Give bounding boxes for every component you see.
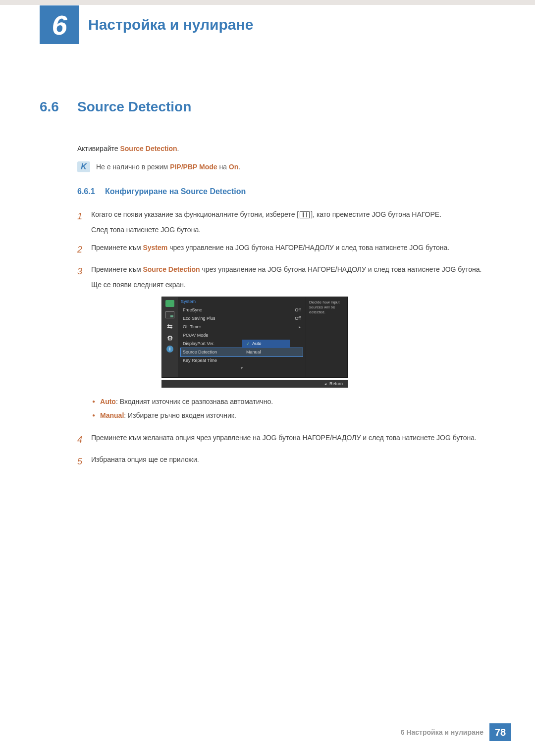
bullet-auto: ●Auto: Входният източник се разпознава а… <box>92 395 495 408</box>
check-icon: ✓ <box>246 341 250 346</box>
osd-picture-icon <box>165 300 174 307</box>
osd-freesync-label: FreeSync <box>183 307 202 312</box>
note-prefix: Не е налично в режим <box>96 163 170 171</box>
osd-sidebar: ⇆ ⚙ i <box>162 297 178 377</box>
step-2-t2: чрез управление на JOG бутона НАГОРЕ/НАД… <box>167 244 449 252</box>
bullet-manual-text: : Избирате ръчно входен източник. <box>124 411 236 419</box>
intro-text: Активирайте Source Detection. <box>77 145 495 152</box>
step-2-orange: System <box>143 244 167 252</box>
step-5: 5 Избраната опция ще се приложи. <box>77 453 495 470</box>
osd-panel: ⇆ ⚙ i System FreeSync Off Eco Saving Plu… <box>161 297 348 378</box>
step-4-body: Преминете към желаната опция чрез управл… <box>91 431 495 448</box>
step-3: 3 Преминете към Source Detection чрез уп… <box>77 263 495 291</box>
subsection-number: 6.6.1 <box>77 187 105 196</box>
bullet-dot-icon: ● <box>92 399 95 404</box>
step-3-body: Преминете към Source Detection чрез упра… <box>91 263 495 291</box>
bullet-auto-label: Auto <box>100 398 116 405</box>
osd-source-label: Source Detection <box>183 350 217 354</box>
step-2-body: Преминете към System чрез управление на … <box>91 241 495 258</box>
bullet-manual-label: Manual <box>100 411 124 419</box>
step-2: 2 Преминете към System чрез управление н… <box>77 241 495 258</box>
osd-submenu-manual-label: Manual <box>246 350 261 354</box>
chapter-header: 6 Настройка и нулиране <box>0 5 535 45</box>
step-3-t1: Преминете към <box>91 265 143 273</box>
chapter-title: Настройка и нулиране <box>88 16 253 33</box>
osd-return-label: Return <box>329 381 343 386</box>
bullet-dot-icon: ● <box>92 412 95 418</box>
subsection-title: Конфигуриране на Source Detection <box>105 187 246 196</box>
osd-freesync-value: Off <box>295 307 301 312</box>
step-5-body: Избраната опция ще се приложи. <box>91 453 495 470</box>
step-2-num: 2 <box>77 241 91 258</box>
osd-offtimer-arrow: ▸ <box>299 325 301 329</box>
note-orange-2: On <box>229 163 238 171</box>
section-title: Source Detection <box>77 99 191 115</box>
intro-bold: Source Detection <box>120 145 177 152</box>
step-4: 4 Преминете към желаната опция чрез упра… <box>77 431 495 448</box>
section-heading: 6.6 Source Detection <box>40 99 495 115</box>
section-body: Активирайте Source Detection. K Не е нал… <box>77 145 495 470</box>
subsection-heading: 6.6.1 Конфигуриране на Source Detection <box>77 187 495 196</box>
osd-submenu: ✓Auto Manual <box>242 340 290 356</box>
step-3-num: 3 <box>77 263 91 291</box>
note-suffix: . <box>238 163 240 171</box>
osd-item-eco: Eco Saving Plus Off <box>181 314 303 323</box>
osd-item-offtimer: Off Timer ▸ <box>181 323 303 331</box>
footer-chapter-text: 6 Настройка и нулиране <box>401 728 483 736</box>
bullet-auto-text: : Входният източник се разпознава автома… <box>116 398 273 405</box>
osd-eco-label: Eco Saving Plus <box>183 316 215 321</box>
osd-main: System FreeSync Off Eco Saving Plus Off … <box>178 297 306 377</box>
chapter-number-badge: 6 <box>40 5 79 44</box>
intro-prefix: Активирайте <box>77 145 120 152</box>
option-bullets: ●Auto: Входният източник се разпознава а… <box>92 395 495 422</box>
osd-item-keyrepeat: Key Repeat Time <box>181 356 303 365</box>
header-divider <box>263 25 535 25</box>
step-3-t3: Ще се появи следният екран. <box>91 278 495 292</box>
page-content: 6.6 Source Detection Активирайте Source … <box>0 99 535 470</box>
step-1-t2: ], като преместите JOG бутона НАГОРЕ. <box>311 210 441 218</box>
osd-submenu-auto-label: Auto <box>252 341 262 346</box>
top-border <box>0 0 535 5</box>
bullet-manual: ●Manual: Избирате ръчно входен източник. <box>92 408 495 422</box>
osd-item-freesync: FreeSync Off <box>181 306 303 314</box>
osd-scroll-down-icon: ▼ <box>181 366 303 370</box>
step-4-num: 4 <box>77 431 91 448</box>
osd-submenu-auto: ✓Auto <box>242 340 290 348</box>
step-1-t1: Когато се появи указание за функционални… <box>91 210 299 218</box>
note-orange-1: PIP/PBP Mode <box>170 163 217 171</box>
note-mid: на <box>217 163 229 171</box>
step-1-body: Когато се появи указание за функционални… <box>91 208 495 236</box>
osd-onscreen-icon: ⇆ <box>165 323 174 330</box>
section-number: 6.6 <box>40 99 77 115</box>
step-list: 1 Когато се появи указание за функционал… <box>77 208 495 470</box>
osd-info-icon: i <box>166 346 173 353</box>
osd-offtimer-label: Off Timer <box>183 324 201 329</box>
osd-return-bar: ◂Return <box>161 380 348 388</box>
footer-page-number: 78 <box>489 723 511 741</box>
step-1: 1 Когато се появи указание за функционал… <box>77 208 495 236</box>
osd-pip-icon <box>165 311 174 318</box>
note-row: K Не е налично в режим PIP/PBP Mode на O… <box>77 161 495 172</box>
osd-submenu-manual: Manual <box>242 348 290 356</box>
osd-eco-value: Off <box>295 316 301 321</box>
osd-menu-title: System <box>181 299 303 304</box>
osd-keyrepeat-label: Key Repeat Time <box>183 358 217 363</box>
step-3-orange: Source Detection <box>143 265 200 273</box>
menu-icon <box>300 211 310 218</box>
osd-description: Decide how input sources will be detecte… <box>306 297 347 377</box>
step-1-num: 1 <box>77 208 91 236</box>
back-icon: ◂ <box>324 382 326 386</box>
intro-suffix: . <box>177 145 179 152</box>
step-3-t2: чрез управление на JOG бутона НАГОРЕ/НАД… <box>200 265 482 273</box>
osd-item-pcav: PC/AV Mode <box>181 331 303 340</box>
step-5-num: 5 <box>77 453 91 470</box>
note-text: Не е налично в режим PIP/PBP Mode на On. <box>96 163 240 171</box>
osd-dpver-label: DisplayPort Ver. <box>183 341 214 346</box>
note-icon: K <box>77 161 90 172</box>
step-2-t1: Преминете към <box>91 244 143 252</box>
osd-pcav-label: PC/AV Mode <box>183 333 208 338</box>
page-footer: 6 Настройка и нулиране 78 <box>401 723 511 741</box>
osd-system-icon: ⚙ <box>165 334 174 341</box>
step-1-t3: След това натиснете JOG бутона. <box>91 223 495 237</box>
